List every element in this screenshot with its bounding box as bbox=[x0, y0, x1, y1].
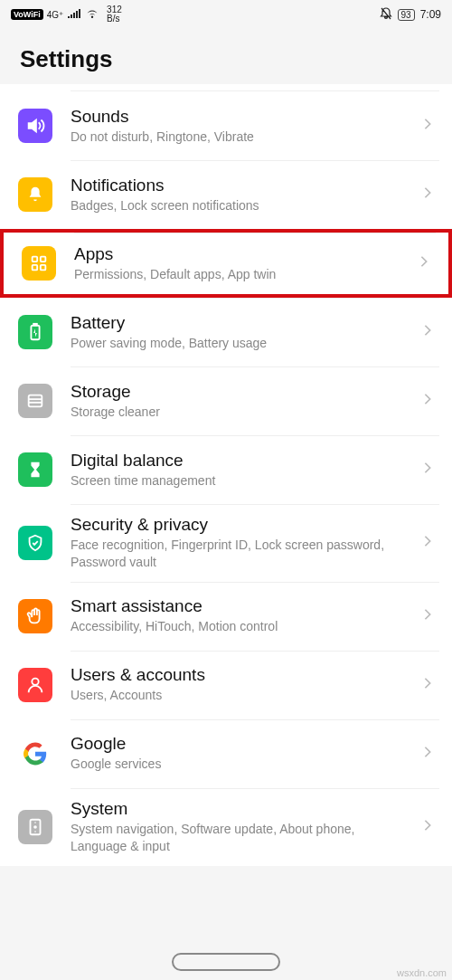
watermark: wsxdn.com bbox=[397, 967, 447, 978]
row-title: Battery bbox=[71, 313, 412, 333]
row-sub: Google services bbox=[71, 756, 412, 773]
svg-rect-0 bbox=[33, 257, 38, 262]
row-text: Apps Permissions, Default apps, App twin bbox=[74, 244, 409, 283]
row-text: Smart assistance Accessibility, HiTouch,… bbox=[71, 596, 412, 635]
chevron-right-icon bbox=[421, 677, 439, 693]
row-storage[interactable]: Storage Storage cleaner bbox=[0, 366, 452, 435]
row-text: System System navigation, Software updat… bbox=[71, 799, 412, 855]
row-users-accounts[interactable]: Users & accounts Users, Accounts bbox=[0, 651, 452, 719]
chevron-right-icon bbox=[421, 186, 439, 203]
row-title: Smart assistance bbox=[71, 596, 412, 616]
row-title: Digital balance bbox=[71, 451, 412, 471]
row-battery[interactable]: Battery Power saving mode, Battery usage bbox=[0, 298, 452, 366]
chevron-right-icon bbox=[421, 746, 439, 762]
row-notifications[interactable]: Notifications Badges, Lock screen notifi… bbox=[0, 160, 452, 229]
svg-rect-2 bbox=[33, 265, 38, 271]
chevron-right-icon bbox=[421, 461, 439, 478]
row-text: Users & accounts Users, Accounts bbox=[71, 665, 412, 704]
clock: 7:09 bbox=[420, 8, 441, 21]
status-right: 93 7:09 bbox=[380, 7, 441, 23]
status-bar: VoWiFi 4G⁺ 312 B/s 93 7:09 bbox=[0, 0, 452, 29]
chevron-right-icon bbox=[421, 118, 439, 134]
vowifi-badge: VoWiFi bbox=[11, 9, 43, 20]
sounds-icon bbox=[18, 109, 52, 143]
row-sub: Permissions, Default apps, App twin bbox=[74, 266, 409, 283]
bell-icon bbox=[18, 177, 52, 212]
row-sub: Accessibility, HiTouch, Motion control bbox=[71, 618, 412, 635]
row-sub: Storage cleaner bbox=[71, 404, 412, 421]
row-title: Notifications bbox=[71, 176, 412, 195]
row-text: Battery Power saving mode, Battery usage bbox=[71, 313, 412, 352]
row-sub: System navigation, Software update, Abou… bbox=[71, 821, 412, 855]
svg-rect-5 bbox=[33, 324, 37, 326]
row-text: Google Google services bbox=[71, 734, 412, 773]
row-google[interactable]: Google Google services bbox=[0, 719, 452, 788]
row-title: Storage bbox=[71, 382, 412, 402]
chevron-right-icon bbox=[418, 255, 436, 271]
row-sub: Do not disturb, Ringtone, Vibrate bbox=[71, 128, 412, 146]
chevron-right-icon bbox=[421, 393, 439, 409]
row-sounds[interactable]: Sounds Do not disturb, Ringtone, Vibrate bbox=[0, 91, 452, 160]
row-text: Notifications Badges, Lock screen notifi… bbox=[71, 176, 412, 214]
shield-icon bbox=[18, 526, 52, 560]
network-label: 4G⁺ bbox=[47, 10, 63, 20]
svg-rect-1 bbox=[41, 257, 46, 262]
hand-icon bbox=[18, 599, 52, 633]
chevron-right-icon bbox=[421, 819, 439, 835]
svg-point-11 bbox=[34, 826, 36, 828]
chevron-right-icon bbox=[421, 608, 439, 624]
row-sub: Screen time management bbox=[71, 472, 412, 490]
cut-row bbox=[71, 84, 439, 91]
row-system[interactable]: System System navigation, Software updat… bbox=[0, 788, 452, 866]
row-sub: Badges, Lock screen notifications bbox=[71, 197, 412, 214]
speed-unit: B/s bbox=[107, 14, 122, 24]
row-title: Security & privacy bbox=[71, 515, 412, 535]
grid-icon bbox=[22, 246, 56, 281]
google-icon bbox=[18, 737, 52, 771]
row-sub: Face recognition, Fingerprint ID, Lock s… bbox=[71, 537, 412, 571]
svg-rect-3 bbox=[41, 265, 46, 271]
row-sub: Users, Accounts bbox=[71, 687, 412, 704]
row-title: Users & accounts bbox=[71, 665, 412, 685]
storage-icon bbox=[18, 384, 52, 418]
chevron-right-icon bbox=[421, 324, 439, 340]
row-text: Digital balance Screen time management bbox=[71, 451, 412, 490]
row-text: Storage Storage cleaner bbox=[71, 382, 412, 421]
settings-list: Sounds Do not disturb, Ringtone, Vibrate… bbox=[0, 84, 452, 866]
svg-rect-6 bbox=[29, 395, 42, 407]
signal-icon bbox=[67, 8, 81, 22]
speed-indicator: 312 B/s bbox=[107, 5, 122, 24]
row-smart-assistance[interactable]: Smart assistance Accessibility, HiTouch,… bbox=[0, 582, 452, 651]
row-title: System bbox=[71, 799, 412, 819]
row-digital-balance[interactable]: Digital balance Screen time management bbox=[0, 435, 452, 504]
row-apps[interactable]: Apps Permissions, Default apps, App twin bbox=[0, 229, 452, 298]
svg-point-9 bbox=[32, 678, 38, 684]
row-title: Google bbox=[71, 734, 412, 754]
row-security[interactable]: Security & privacy Face recognition, Fin… bbox=[0, 504, 452, 582]
battery-indicator: 93 bbox=[398, 9, 415, 21]
row-text: Security & privacy Face recognition, Fin… bbox=[71, 515, 412, 571]
wifi-icon bbox=[85, 8, 99, 22]
nav-pill[interactable] bbox=[172, 953, 280, 971]
battery-icon bbox=[18, 315, 52, 349]
row-title: Apps bbox=[74, 244, 409, 264]
row-sub: Power saving mode, Battery usage bbox=[71, 335, 412, 352]
page-title: Settings bbox=[0, 29, 452, 84]
status-left: VoWiFi 4G⁺ 312 B/s bbox=[11, 5, 122, 24]
system-icon bbox=[18, 810, 52, 844]
row-text: Sounds Do not disturb, Ringtone, Vibrate bbox=[71, 107, 412, 146]
user-icon bbox=[18, 668, 52, 702]
dnd-icon bbox=[380, 7, 392, 23]
chevron-right-icon bbox=[421, 535, 439, 551]
row-title: Sounds bbox=[71, 107, 412, 127]
hourglass-icon bbox=[18, 452, 52, 487]
